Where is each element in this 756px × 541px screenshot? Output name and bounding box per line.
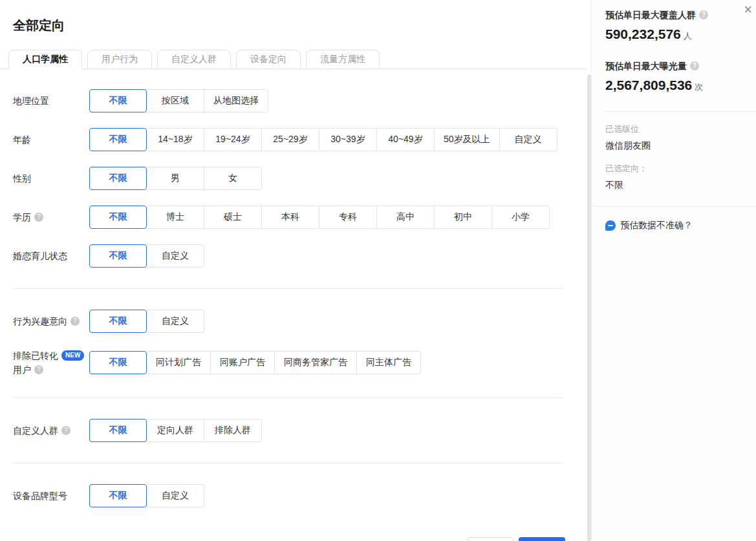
row-label-text: 用户 [13,363,31,377]
help-icon[interactable]: ? [34,365,43,374]
option-group: 不限 自定义 [89,310,204,333]
option-button[interactable]: 从地图选择 [204,89,268,112]
new-badge: NEW [61,350,84,361]
targeting-form: 地理位置 不限 按区域 从地图选择 年龄 不限 14~18岁 19~24岁 25… [0,69,587,507]
row-location: 地理位置 不限 按区域 从地图选择 [13,89,563,112]
option-button[interactable]: 25~29岁 [262,128,319,151]
coverage-label-text: 预估单日最大覆盖人群 [605,9,696,21]
feedback-icon [605,220,616,231]
targeting-value: 不限 [605,179,756,191]
option-group: 不限 14~18岁 19~24岁 25~29岁 30~39岁 40~49岁 50… [89,128,557,151]
option-button-unlimited[interactable]: 不限 [89,89,147,112]
option-group: 不限 男 女 [89,167,262,190]
placement-label: 已选版位 [605,123,756,134]
row-label-text: 地理位置 [13,94,49,107]
option-button[interactable]: 同商务管家广告 [275,351,357,374]
row-label-text: 自定义人群 [13,424,58,437]
exposure-unit: 次 [695,82,703,92]
page-title: 全部定向 [13,17,587,34]
row-label-text: 年龄 [13,133,31,146]
feedback-text: 预估数据不准确？ [620,220,693,231]
coverage-value: 590,232,576人 [605,26,756,45]
row-label: 年龄 [13,133,89,146]
row-label: 排除已转化 NEW 用户 ? [13,348,89,377]
option-button-unlimited[interactable]: 不限 [89,484,147,507]
tab-user-behavior[interactable]: 用户行为 [87,50,152,69]
exposure-label: 预估单日最大曝光量 ? [605,60,756,72]
section-divider [13,398,563,398]
help-icon[interactable]: ? [699,10,708,19]
option-button[interactable]: 定向人群 [147,419,204,442]
option-button[interactable]: 同主体广告 [357,351,421,374]
option-button[interactable]: 专科 [319,206,377,229]
option-button[interactable]: 自定义 [147,310,204,333]
row-label: 地理位置 [13,94,89,107]
option-button[interactable]: 女 [204,167,262,190]
section-divider [13,288,563,289]
option-button[interactable]: 高中 [377,206,435,229]
row-exclude-converted: 排除已转化 NEW 用户 ? 不限 同计划广告 同账户广告 同商务管家广告 同主… [13,348,563,377]
option-button-unlimited[interactable]: 不限 [89,351,147,374]
help-icon[interactable]: ? [70,317,80,326]
option-button-unlimited[interactable]: 不限 [89,167,147,190]
help-icon[interactable]: ? [34,213,43,222]
section-divider [13,463,563,463]
help-icon[interactable]: ? [690,61,699,70]
option-button-unlimited[interactable]: 不限 [89,419,147,442]
estimate-sidebar: × 预估单日最大覆盖人群 ? 590,232,576人 预估单日最大曝光量 ? … [591,0,756,541]
option-button-unlimited[interactable]: 不限 [89,244,147,268]
option-button[interactable]: 排除人群 [204,419,262,442]
option-group: 不限 定向人群 排除人群 [89,419,262,442]
tab-demographics[interactable]: 人口学属性 [8,50,82,69]
option-button[interactable]: 本科 [262,206,319,229]
option-button-unlimited[interactable]: 不限 [89,206,147,229]
option-button-unlimited[interactable]: 不限 [89,128,147,151]
sidebar-divider [605,111,756,112]
feedback-link[interactable]: 预估数据不准确？ [605,220,756,231]
help-icon[interactable]: ? [61,426,70,435]
sidebar-divider [592,206,756,207]
tab-custom-audience[interactable]: 自定义人群 [157,50,231,69]
close-icon[interactable]: × [744,3,752,17]
exposure-label-text: 预估单日最大曝光量 [605,60,687,72]
option-button[interactable]: 男 [147,167,204,190]
row-marital-status: 婚恋育儿状态 不限 自定义 [13,244,563,268]
row-label-text: 性别 [13,172,31,185]
row-age: 年龄 不限 14~18岁 19~24岁 25~29岁 30~39岁 40~49岁… [13,128,563,151]
row-label: 行为兴趣意向 ? [13,315,89,328]
option-button[interactable]: 自定义 [147,244,204,268]
option-button[interactable]: 14~18岁 [147,128,204,151]
option-button-unlimited[interactable]: 不限 [89,310,147,333]
footer-cancel-button[interactable] [468,537,513,541]
option-group: 不限 同计划广告 同账户广告 同商务管家广告 同主体广告 [89,351,421,374]
row-label: 性别 [13,172,89,185]
option-group: 不限 按区域 从地图选择 [89,89,268,112]
targeting-modal: 全部定向 人口学属性 用户行为 自定义人群 设备定向 流量方属性 地理位置 不限… [0,0,587,541]
row-label: 设备品牌型号 [13,489,89,502]
option-button[interactable]: 同计划广告 [147,351,211,374]
exposure-value: 2,567,809,536次 [605,77,756,96]
option-button[interactable]: 30~39岁 [319,128,377,151]
option-button[interactable]: 小学 [492,206,550,229]
row-label: 自定义人群 ? [13,424,89,437]
footer-confirm-button[interactable] [519,537,565,541]
row-device-brand: 设备品牌型号 不限 自定义 [13,484,563,507]
option-button[interactable]: 同账户广告 [211,351,275,374]
option-button[interactable]: 初中 [435,206,492,229]
option-button[interactable]: 19~24岁 [204,128,262,151]
option-button[interactable]: 博士 [147,206,204,229]
option-button[interactable]: 硕士 [204,206,262,229]
option-button[interactable]: 按区域 [147,89,204,112]
option-group: 不限 自定义 [89,484,204,507]
tab-traffic-attributes[interactable]: 流量方属性 [306,50,380,69]
row-education: 学历 ? 不限 博士 硕士 本科 专科 高中 初中 小学 [13,206,563,229]
option-button[interactable]: 40~49岁 [377,128,435,151]
coverage-label: 预估单日最大覆盖人群 ? [605,9,756,21]
option-button[interactable]: 自定义 [147,484,204,507]
row-custom-audience: 自定义人群 ? 不限 定向人群 排除人群 [13,419,563,442]
tab-device-targeting[interactable]: 设备定向 [236,50,301,69]
row-label: 婚恋育儿状态 [13,249,89,262]
option-button[interactable]: 自定义 [500,128,557,151]
option-group: 不限 自定义 [89,244,204,268]
option-button[interactable]: 50岁及以上 [435,128,500,151]
